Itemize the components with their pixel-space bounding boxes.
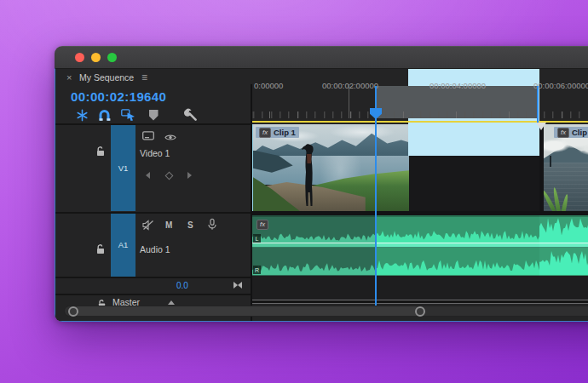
clip-label-chip: fx Clip 3 — [554, 127, 588, 138]
audio-keyframe-bowtie-icon[interactable] — [233, 282, 242, 289]
panel-menu-icon[interactable]: ≡ — [141, 71, 147, 83]
fx-badge[interactable]: fx — [259, 128, 271, 138]
header-row-separator — [55, 123, 251, 125]
video-track-name[interactable]: Video 1 — [140, 148, 170, 158]
nest-icon[interactable] — [74, 107, 89, 123]
clip-label-chip: fx Clip 1 — [256, 127, 299, 138]
titlebar[interactable] — [55, 46, 588, 68]
timecode-display[interactable]: 00:00:02:19640 — [71, 89, 166, 104]
snap-icon[interactable] — [96, 107, 112, 123]
scrollbar-thumb[interactable] — [73, 306, 420, 316]
fx-badge[interactable]: fx — [557, 128, 569, 138]
timeline-settings-icon[interactable] — [183, 107, 199, 123]
channel-right-badge: R — [253, 266, 261, 274]
tab-title[interactable]: My Sequence — [79, 72, 134, 83]
channel-left-badge: L — [253, 234, 261, 243]
scrollbar-handle-left[interactable] — [68, 306, 78, 317]
master-expand-icon[interactable] — [168, 300, 175, 305]
ruler-label: 0:00000 — [254, 81, 283, 90]
track-target-a1[interactable]: A1 — [111, 214, 135, 277]
ruler-label: 00:00:04:00000 — [429, 81, 486, 90]
traffic-light-zoom[interactable] — [107, 53, 117, 62]
thumbnail-post — [550, 156, 551, 167]
audio-channel-divider — [252, 243, 376, 248]
header-row-separator — [55, 212, 251, 214]
source-patch-icon[interactable] — [142, 129, 154, 144]
header-row-separator — [55, 277, 251, 278]
app-window: × My Sequence ≡ 00:00:02:19640 — [55, 46, 588, 322]
keyframe-prev-icon[interactable] — [146, 172, 150, 179]
timeline-separator-line — [252, 300, 588, 304]
scrollbar-handle-right[interactable] — [415, 306, 425, 317]
add-marker-icon[interactable] — [146, 107, 161, 123]
clip-1-label: Clip 1 — [274, 128, 296, 137]
panel-close-icon[interactable]: × — [66, 72, 72, 83]
clip-1[interactable]: fx Clip 1 — [252, 124, 409, 211]
video-track-lock-icon[interactable] — [96, 145, 106, 160]
ruler-label: 00:00:02:00000 — [322, 81, 378, 90]
keyframe-indicator-icon[interactable] — [165, 171, 174, 180]
track-output-eye-icon[interactable] — [164, 129, 176, 145]
audio-track-lock-icon[interactable] — [96, 243, 106, 258]
fx-badge[interactable]: fx — [257, 220, 268, 230]
audio-track-name[interactable]: Audio 1 — [140, 244, 170, 254]
track-mute-speaker-icon[interactable] — [142, 219, 154, 234]
track-volume-value[interactable]: 0.0 — [176, 281, 188, 290]
track-target-a1-label: A1 — [118, 240, 129, 249]
mute-button[interactable]: M — [165, 220, 172, 230]
bowtie-right-shape — [238, 282, 242, 289]
clip-3-label: Clip 3 — [572, 128, 588, 137]
traffic-light-minimize[interactable] — [91, 53, 101, 62]
keyframe-next-icon[interactable] — [187, 172, 192, 179]
track-target-v1[interactable]: V1 — [111, 125, 135, 211]
solo-button[interactable]: S — [187, 220, 193, 230]
header-row-separator — [55, 294, 251, 295]
track-target-v1-label: V1 — [118, 163, 129, 173]
audio-track-empty-area[interactable] — [252, 276, 588, 300]
linked-selection-icon[interactable] — [120, 107, 135, 123]
selection-end-line[interactable] — [537, 86, 539, 124]
timeline-panel: × My Sequence ≡ 00:00:02:19640 — [55, 68, 588, 322]
marker-pentagon-shape — [149, 110, 159, 121]
audio-channel-divider — [539, 243, 588, 248]
ruler-label: 00:00:06:00000 — [533, 81, 588, 90]
person-silhouette — [301, 142, 318, 209]
clip-3[interactable]: fx Clip 3 — [544, 124, 588, 211]
audio-channel-divider — [376, 243, 539, 248]
traffic-light-close[interactable] — [75, 53, 84, 62]
voiceover-mic-icon[interactable] — [208, 218, 216, 234]
